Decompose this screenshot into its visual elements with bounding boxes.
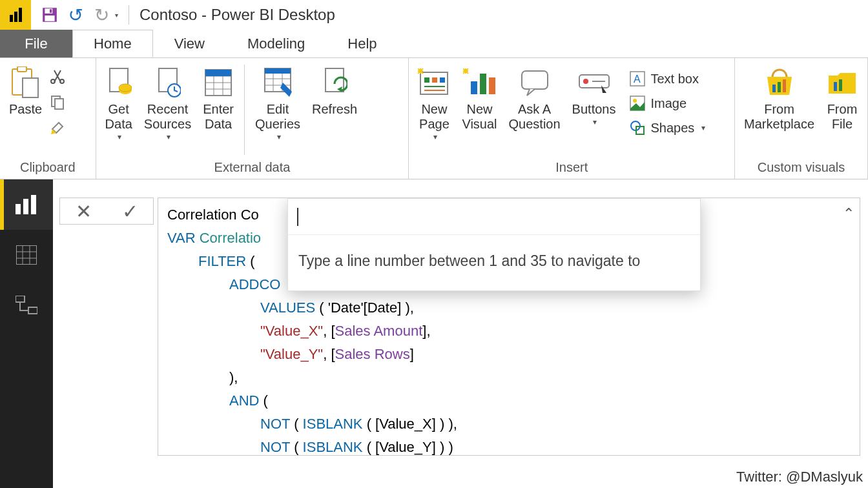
svg-rect-52 bbox=[834, 82, 837, 91]
group-label-clipboard: Clipboard bbox=[5, 158, 90, 176]
buttons-button[interactable]: Buttons▾ bbox=[568, 65, 620, 127]
refresh-button[interactable]: Refresh bbox=[308, 65, 361, 117]
svg-rect-10 bbox=[55, 99, 63, 109]
get-data-icon bbox=[106, 65, 132, 101]
image-button[interactable]: Image bbox=[623, 92, 712, 115]
svg-rect-38 bbox=[489, 77, 495, 94]
goto-line-input[interactable] bbox=[288, 199, 700, 235]
enter-data-label: Enter Data bbox=[203, 102, 234, 132]
buttons-icon bbox=[578, 65, 610, 101]
recent-label: Recent Sources bbox=[144, 102, 191, 132]
svg-rect-62 bbox=[16, 296, 25, 302]
new-page-icon bbox=[418, 65, 450, 101]
svg-text:A: A bbox=[634, 74, 641, 85]
get-data-button[interactable]: Get Data▾ bbox=[101, 65, 136, 142]
image-label: Image bbox=[650, 96, 687, 111]
paste-label: Paste bbox=[9, 102, 42, 117]
goto-line-popup: Type a line number between 1 and 35 to n… bbox=[287, 198, 701, 291]
svg-rect-56 bbox=[31, 195, 36, 214]
tab-home[interactable]: Home bbox=[72, 30, 153, 57]
new-visual-icon bbox=[463, 65, 495, 101]
ask-label: Ask A Question bbox=[509, 102, 561, 132]
formula-cancel-button[interactable]: ✕ bbox=[60, 200, 107, 223]
edit-queries-icon bbox=[264, 65, 292, 101]
svg-point-13 bbox=[119, 84, 132, 92]
undo-button[interactable]: ↻ bbox=[65, 4, 87, 26]
svg-rect-2 bbox=[50, 9, 52, 12]
tab-view[interactable]: View bbox=[153, 30, 226, 57]
tab-modeling[interactable]: Modeling bbox=[226, 30, 326, 57]
group-label-insert: Insert bbox=[414, 158, 729, 176]
textbox-button[interactable]: A Text box bbox=[623, 67, 712, 90]
from-file-label: From File bbox=[827, 102, 858, 132]
file-tab[interactable]: File bbox=[0, 30, 72, 57]
save-button[interactable] bbox=[39, 4, 61, 26]
text-cursor bbox=[297, 208, 298, 226]
svg-point-46 bbox=[633, 99, 637, 103]
paste-icon bbox=[11, 65, 41, 101]
svg-rect-6 bbox=[23, 78, 38, 97]
enter-data-icon bbox=[204, 65, 232, 101]
svg-point-7 bbox=[51, 79, 55, 83]
marketplace-label: From Marketplace bbox=[744, 102, 814, 132]
new-visual-label: New Visual bbox=[462, 102, 497, 132]
svg-rect-36 bbox=[471, 81, 477, 94]
paste-button[interactable]: Paste bbox=[5, 65, 46, 117]
from-file-icon bbox=[826, 65, 858, 101]
formula-commit-button[interactable]: ✓ bbox=[107, 200, 153, 223]
edit-queries-label: Edit Queries bbox=[255, 102, 300, 132]
group-label-custom: Custom visuals bbox=[740, 158, 862, 176]
dax-editor[interactable]: ⌃ Correlation Co VAR Correlatio FILTER (… bbox=[158, 198, 860, 456]
svg-rect-32 bbox=[432, 77, 437, 83]
textbox-icon: A bbox=[630, 71, 645, 86]
shapes-button[interactable]: Shapes▾ bbox=[623, 116, 712, 139]
ask-question-button[interactable]: Ask A Question bbox=[505, 65, 564, 132]
redo-icon: ↻ bbox=[94, 5, 109, 26]
app-logo bbox=[0, 0, 31, 30]
data-view-button[interactable] bbox=[0, 230, 53, 280]
refresh-icon bbox=[322, 65, 347, 101]
ribbon-tabs: File Home View Modeling Help bbox=[0, 30, 868, 58]
svg-rect-37 bbox=[480, 74, 486, 94]
recent-icon bbox=[155, 65, 181, 101]
edit-queries-button[interactable]: Edit Queries▾ bbox=[251, 65, 304, 142]
ask-icon bbox=[519, 65, 550, 101]
enter-data-button[interactable]: Enter Data bbox=[199, 65, 238, 132]
view-rail bbox=[0, 179, 53, 488]
from-marketplace-button[interactable]: From Marketplace bbox=[740, 65, 818, 132]
recent-sources-button[interactable]: Recent Sources▾ bbox=[140, 65, 195, 142]
qat-dropdown[interactable]: ▾ bbox=[115, 12, 118, 19]
divider bbox=[129, 5, 129, 25]
refresh-label: Refresh bbox=[312, 102, 357, 117]
svg-rect-54 bbox=[16, 204, 21, 214]
marketplace-icon bbox=[763, 65, 796, 101]
svg-rect-49 bbox=[772, 85, 776, 92]
tab-help[interactable]: Help bbox=[326, 30, 398, 57]
svg-rect-55 bbox=[23, 199, 28, 214]
svg-rect-31 bbox=[424, 77, 429, 83]
model-view-button[interactable] bbox=[0, 280, 53, 330]
titlebar: ↻ ↻ ▾ Contoso - Power BI Desktop bbox=[0, 0, 868, 30]
svg-rect-51 bbox=[783, 79, 786, 92]
redo-button[interactable]: ↻ bbox=[90, 4, 112, 26]
svg-rect-63 bbox=[28, 307, 37, 314]
svg-rect-3 bbox=[45, 15, 54, 21]
image-icon bbox=[630, 96, 645, 111]
expand-editor-button[interactable]: ⌃ bbox=[843, 202, 854, 225]
report-view-icon bbox=[16, 195, 37, 214]
get-data-label: Get Data bbox=[105, 102, 132, 132]
report-view-button[interactable] bbox=[0, 179, 53, 230]
from-file-button[interactable]: From File bbox=[822, 65, 862, 132]
new-page-button[interactable]: New Page▾ bbox=[414, 65, 454, 142]
model-view-icon bbox=[16, 296, 37, 315]
svg-rect-22 bbox=[205, 70, 231, 76]
cut-icon[interactable] bbox=[50, 68, 65, 86]
new-page-label: New Page bbox=[419, 102, 450, 132]
textbox-label: Text box bbox=[650, 72, 698, 86]
ribbon: Paste Clipboard Get Data▾ Recent Sources… bbox=[0, 58, 868, 179]
save-icon bbox=[41, 6, 58, 23]
format-painter-icon[interactable] bbox=[50, 120, 65, 138]
new-visual-button[interactable]: New Visual bbox=[458, 65, 501, 132]
svg-point-41 bbox=[583, 79, 588, 84]
copy-icon[interactable] bbox=[50, 94, 65, 112]
